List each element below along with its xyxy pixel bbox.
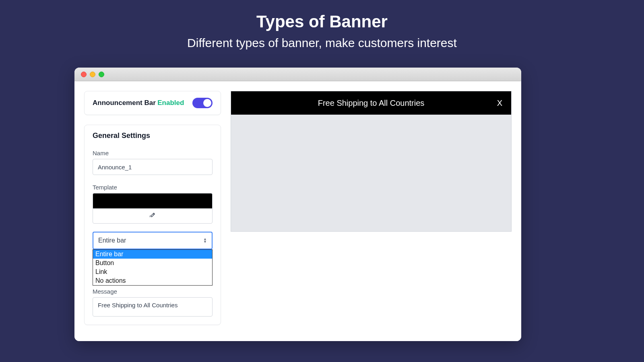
dropdown-item-no-actions[interactable]: No actions xyxy=(93,276,212,285)
template-edit-button[interactable] xyxy=(93,208,213,224)
window-body: Announcement Bar Enabled General Setting… xyxy=(74,81,521,341)
action-select[interactable]: Entire bar ▲▼ xyxy=(93,232,213,249)
dropdown-item-button[interactable]: Button xyxy=(93,259,212,267)
close-window-button[interactable] xyxy=(81,72,87,77)
app-window: Announcement Bar Enabled General Setting… xyxy=(74,68,521,341)
dropdown-item-link[interactable]: Link xyxy=(93,267,212,276)
enable-status: Enabled xyxy=(157,99,184,107)
enable-label: Announcement Bar xyxy=(93,99,156,107)
maximize-window-button[interactable] xyxy=(99,72,104,77)
preview-announcement-bar: Free Shipping to All Countries X xyxy=(231,91,511,115)
enable-card: Announcement Bar Enabled xyxy=(84,91,221,115)
template-label: Template xyxy=(93,184,213,191)
action-select-value: Entire bar xyxy=(98,237,126,244)
preview-banner-close-icon[interactable]: X xyxy=(497,99,502,108)
minimize-window-button[interactable] xyxy=(90,72,95,77)
select-chevron-icon: ▲▼ xyxy=(203,238,207,243)
name-label: Name xyxy=(93,150,213,156)
action-dropdown: Entire bar Button Link No actions xyxy=(93,249,213,286)
message-label: Message xyxy=(93,288,213,295)
toggle-knob xyxy=(203,99,211,107)
action-select-wrap: Entire bar ▲▼ Entire bar Button Link No … xyxy=(93,232,213,286)
enable-label-wrap: Announcement Bar Enabled xyxy=(93,99,184,107)
general-settings-title: General Settings xyxy=(93,132,213,140)
enable-toggle[interactable] xyxy=(192,98,213,108)
template-preview-swatch[interactable] xyxy=(93,193,213,208)
name-input[interactable] xyxy=(93,159,213,175)
preview-frame: Free Shipping to All Countries X xyxy=(231,91,512,232)
hero-title: Types of Banner xyxy=(0,12,644,31)
dropdown-item-entire-bar[interactable]: Entire bar xyxy=(93,250,212,259)
message-input[interactable]: Free Shipping to All Countries xyxy=(93,297,213,317)
hero-subtitle: Different types of banner, make customer… xyxy=(0,36,644,50)
preview-banner-text: Free Shipping to All Countries xyxy=(318,99,425,108)
general-settings-card: General Settings Name Template xyxy=(84,125,221,325)
mac-titlebar xyxy=(74,68,521,81)
preview-page-body xyxy=(231,115,511,231)
settings-panel: Announcement Bar Enabled General Setting… xyxy=(84,91,221,331)
edit-template-icon xyxy=(149,212,157,221)
preview-panel: Free Shipping to All Countries X xyxy=(231,91,512,331)
message-block: Message Free Shipping to All Countries xyxy=(93,288,213,318)
hero-section: Types of Banner Different types of banne… xyxy=(0,0,644,50)
